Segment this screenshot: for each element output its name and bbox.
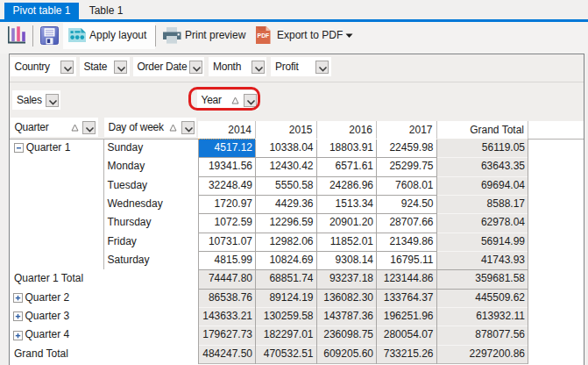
svg-text:PDF: PDF (258, 32, 270, 39)
